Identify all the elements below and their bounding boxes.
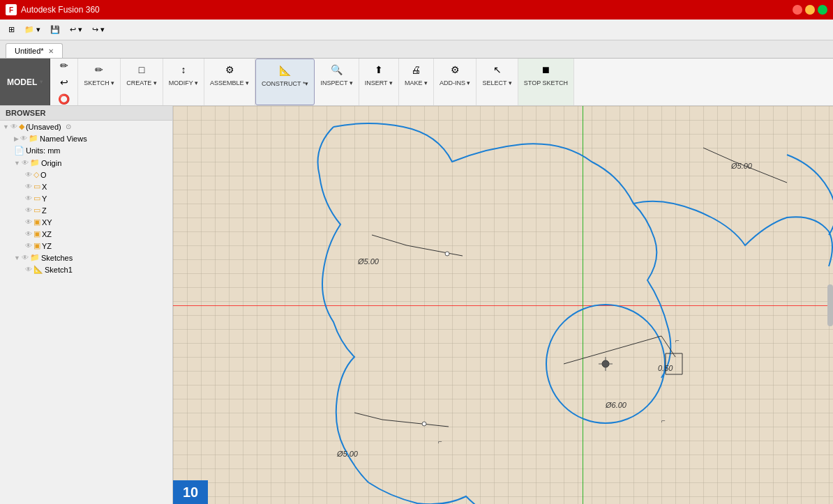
create-label: CREATE ▾ — [126, 79, 156, 86]
tree-item-yz[interactable]: 👁 ▣ YZ — [0, 240, 172, 252]
axis-icon-x: ▭ — [33, 182, 40, 191]
tree-item-units: 📄 Units: mm — [0, 144, 172, 157]
select-group[interactable]: ↖ SELECT ▾ — [476, 59, 518, 105]
tree-item-xy[interactable]: 👁 ▣ XY — [0, 216, 172, 228]
insert-label: INSERT ▾ — [365, 79, 393, 86]
sketch1-label: Sketch1 — [45, 266, 73, 274]
create-icon: □ — [133, 61, 150, 78]
addins-group[interactable]: ⚙ ADD-INS ▾ — [434, 59, 477, 105]
sketch-quick-tools: ✏ ↩ ⭕ — [50, 59, 78, 105]
sketches-label: Sketches — [41, 254, 73, 262]
close-button[interactable] — [793, 5, 802, 15]
menu-redo-button[interactable]: ↪ ▾ — [88, 23, 109, 36]
menu-save-button[interactable]: 💾 — [46, 23, 64, 36]
tab-untitled[interactable]: Untitled* ✕ — [6, 43, 63, 58]
browser-title: BROWSER — [6, 109, 45, 117]
tree-item-y[interactable]: 👁 ▭ Y — [0, 192, 172, 204]
menu-grid-icon[interactable]: ⊞ — [4, 23, 19, 36]
tree-item-x[interactable]: 👁 ▭ X — [0, 181, 172, 192]
svg-text:⌐: ⌐ — [661, 417, 666, 425]
units-label: Units: mm — [26, 146, 61, 155]
svg-point-10 — [422, 422, 426, 426]
yz-label: YZ — [42, 242, 52, 250]
select-label: SELECT ▾ — [482, 79, 511, 86]
folder-icon-named: 📁 — [29, 134, 38, 143]
svg-text:⌐: ⌐ — [438, 438, 442, 445]
named-views-label: Named Views — [40, 135, 87, 143]
modify-label: MODIFY ▾ — [169, 79, 198, 86]
maximize-button[interactable] — [818, 5, 827, 15]
sketch-icon: ✏ — [91, 61, 107, 78]
scroll-indicator[interactable] — [827, 284, 833, 326]
expand-icon-sketches: ▼ — [14, 254, 20, 261]
make-group[interactable]: 🖨 MAKE ▾ — [399, 59, 434, 105]
unsaved-dot-icon: ◆ — [19, 122, 24, 131]
sketch-group[interactable]: ✏ SKETCH ▾ — [78, 59, 121, 105]
doc-icon: 📄 — [14, 146, 24, 155]
inspect-group[interactable]: 🔍 INSPECT ▾ — [315, 59, 359, 105]
tab-label: Untitled* — [15, 47, 44, 55]
title-bar: F Autodesk Fusion 360 — [0, 0, 833, 20]
insert-icon: ⬆ — [370, 61, 387, 78]
model-label: MODEL — [7, 77, 37, 87]
stop-sketch-group[interactable]: ⏹ STOP SKETCH — [518, 59, 574, 105]
inspect-label: INSPECT ▾ — [320, 79, 352, 86]
xy-label: XY — [42, 218, 52, 227]
toolbar: MODEL ▾ ✏ ↩ ⭕ ✏ SKETCH ▾ □ CREATE ▾ ↕ MO… — [0, 59, 833, 106]
model-selector[interactable]: MODEL ▾ — [0, 59, 50, 105]
app-title: Autodesk Fusion 360 — [21, 5, 100, 15]
svg-line-9 — [382, 420, 449, 427]
svg-line-4 — [564, 336, 661, 364]
model-dropdown-arrow: ▾ — [40, 79, 43, 85]
minimize-button[interactable] — [805, 5, 815, 15]
tab-close-icon[interactable]: ✕ — [48, 47, 54, 55]
main-area: BROWSER ▼ 👁 ◆ (Unsaved) ⊙ ▶ 👁 📁 Named Vi… — [0, 106, 833, 504]
x-label: X — [42, 183, 47, 191]
tab-bar: Untitled* ✕ — [0, 40, 833, 59]
svg-point-7 — [445, 252, 449, 256]
axis-icon-y: ▭ — [33, 194, 40, 203]
sketch-circle-icon[interactable]: ⭕ — [56, 91, 73, 107]
o-label: O — [40, 171, 47, 179]
construct-icon: 📐 — [277, 62, 294, 79]
tree-item-sketches[interactable]: ▼ 👁 📁 Sketches — [0, 252, 172, 264]
make-label: MAKE ▾ — [405, 79, 428, 86]
z-label: Z — [42, 206, 47, 215]
create-group[interactable]: □ CREATE ▾ — [121, 59, 163, 105]
svg-line-13 — [703, 148, 735, 162]
tree-item-origin[interactable]: ▼ 👁 📁 Origin — [0, 157, 172, 169]
tree-item-sketch1[interactable]: 👁 📐 Sketch1 — [0, 264, 172, 275]
y-label: Y — [42, 194, 47, 203]
browser-panel: BROWSER ▼ 👁 ◆ (Unsaved) ⊙ ▶ 👁 📁 Named Vi… — [0, 106, 173, 504]
eye-icon-y: 👁 — [25, 194, 32, 202]
sketch-create-icon[interactable]: ✏ — [56, 57, 73, 74]
tree-item-unsaved[interactable]: ▼ 👁 ◆ (Unsaved) ⊙ — [0, 121, 172, 132]
construct-group[interactable]: 📐 CONSTRUCT *▾ — [255, 59, 315, 105]
svg-line-8 — [372, 235, 407, 245]
tree-item-o[interactable]: 👁 ◇ O — [0, 169, 172, 181]
inspect-icon: 🔍 — [329, 61, 345, 78]
sketch-icon-sketch1: 📐 — [33, 265, 43, 274]
menu-file-button[interactable]: 📁 ▾ — [20, 23, 45, 36]
point-icon-o: ◇ — [33, 170, 39, 179]
svg-line-6 — [407, 245, 463, 256]
eye-icon-xz: 👁 — [25, 230, 32, 238]
menu-undo-button[interactable]: ↩ ▾ — [66, 23, 87, 36]
sketch-label: SKETCH ▾ — [84, 79, 114, 86]
eye-icon-yz: 👁 — [25, 242, 32, 250]
window-controls — [793, 5, 827, 15]
modify-group[interactable]: ↕ MODIFY ▾ — [163, 59, 204, 105]
assemble-group[interactable]: ⚙ ASSEMBLE ▾ — [204, 59, 255, 105]
stop-sketch-icon: ⏹ — [537, 61, 554, 78]
insert-group[interactable]: ⬆ INSERT ▾ — [359, 59, 399, 105]
canvas[interactable]: ⌐ ⌐ ⌐ Ø5.00 Ø5.00 Ø6.00 0.50 Ø5.00 10 — [173, 106, 833, 504]
bottom-badge: 10 — [173, 480, 208, 504]
tree-item-z[interactable]: 👁 ▭ Z — [0, 204, 172, 216]
sketch-undo-icon[interactable]: ↩ — [56, 74, 73, 91]
menu-bar: ⊞ 📁 ▾ 💾 ↩ ▾ ↪ ▾ — [0, 20, 833, 40]
tree-item-named-views[interactable]: ▶ 👁 📁 Named Views — [0, 132, 172, 144]
folder-icon-sketches: 📁 — [30, 253, 40, 262]
modify-icon: ↕ — [175, 61, 192, 78]
assemble-icon: ⚙ — [221, 61, 238, 78]
tree-item-xz[interactable]: 👁 ▣ XZ — [0, 228, 172, 240]
